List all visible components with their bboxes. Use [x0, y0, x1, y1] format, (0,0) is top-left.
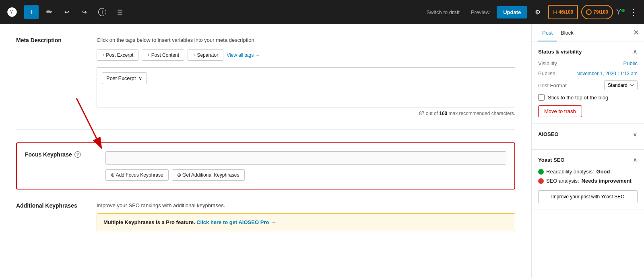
- meta-description-title: Meta Description: [16, 37, 89, 43]
- aioseo-title: AIOSEO: [538, 131, 559, 137]
- edit-tool-button[interactable]: ✏: [42, 5, 56, 19]
- tab-block[interactable]: Block: [557, 24, 578, 41]
- more-options-button[interactable]: ⋮: [628, 6, 639, 19]
- stick-to-top-row: Stick to the top of the blog: [538, 94, 638, 101]
- visibility-value[interactable]: Public: [623, 60, 638, 66]
- get-additional-keyphrases-button[interactable]: ⊕ Get Additional Keyphrases: [172, 169, 245, 181]
- post-excerpt-tag-button[interactable]: + Post Excerpt: [97, 49, 138, 61]
- add-block-button[interactable]: +: [24, 5, 39, 19]
- undo-icon: ↩: [64, 9, 69, 15]
- focus-keyphrase-input[interactable]: [105, 151, 506, 165]
- publish-row: Publish November 1, 2020 11:13 am: [538, 70, 638, 76]
- readability-value: Good: [597, 169, 610, 175]
- status-visibility-section: Status & visibility ∧ Visibility Public …: [532, 41, 644, 124]
- post-format-select[interactable]: Standard Aside Image Video Quote Link Ga…: [604, 80, 638, 90]
- visibility-row: Visibility Public: [538, 60, 638, 66]
- sidebar-close-button[interactable]: ✕: [633, 28, 639, 37]
- plus-icon: +: [29, 8, 34, 16]
- stick-to-top-label: Stick to the top of the blog: [548, 95, 608, 101]
- redo-button[interactable]: ↪: [77, 5, 92, 19]
- add-focus-keyphrase-button[interactable]: ⊕ Add Focus Keyphrase: [105, 169, 169, 181]
- additional-keyphrases-label: Additional Keyphrases: [16, 202, 97, 231]
- yoast-badge[interactable]: Y: [616, 8, 625, 16]
- status-visibility-title: Status & visibility: [538, 49, 582, 55]
- post-excerpt-selector-label: Post Excerpt: [106, 75, 136, 81]
- sidebar: Post Block ✕ Status & visibility ∧ Visib…: [531, 24, 644, 278]
- post-excerpt-selector[interactable]: Post Excerpt ∨: [102, 72, 147, 84]
- h-score-value: 46/100: [559, 9, 574, 15]
- post-content-tag-button[interactable]: + Post Content: [142, 49, 184, 61]
- additional-keyphrases-section: Additional Keyphrases Improve your SEO r…: [16, 202, 515, 231]
- close-icon: ✕: [633, 29, 639, 37]
- additional-keyphrases-title: Additional Keyphrases: [16, 202, 89, 209]
- meta-description-content: Click on the tags below to insert variab…: [97, 37, 515, 116]
- readability-label: Readability analysis:: [546, 169, 594, 175]
- seo-analysis-row: SEO analysis: Needs improvement: [538, 178, 638, 184]
- char-count-max: 160: [439, 111, 447, 116]
- sidebar-tabs: Post Block ✕: [532, 24, 644, 41]
- h-score-icon: H: [553, 9, 557, 15]
- additional-keyphrases-desc: Improve your SEO rankings with additiona…: [97, 202, 515, 208]
- ring-score-value: 79/100: [593, 9, 608, 15]
- svg-line-3: [76, 98, 97, 138]
- separator-tag-button[interactable]: + Separator: [188, 49, 223, 61]
- improve-yoast-button[interactable]: Improve your post with Yoast SEO: [538, 190, 638, 203]
- char-count: 87 out of 160 max recommended characters…: [97, 111, 515, 116]
- move-to-trash-button[interactable]: Move to trash: [538, 105, 582, 117]
- tag-buttons-row: + Post Excerpt + Post Content + Separato…: [97, 49, 515, 61]
- ellipsis-icon: ⋮: [630, 8, 638, 16]
- readability-status-dot: [538, 169, 544, 175]
- focus-keyphrase-content: ⊕ Add Focus Keyphrase ⊕ Get Additional K…: [105, 151, 506, 181]
- yoast-title: Yoast SEO: [538, 157, 565, 163]
- wordpress-logo[interactable]: W: [5, 5, 19, 19]
- meta-editor[interactable]: Post Excerpt ∨: [97, 67, 515, 107]
- pro-banner-text: Multiple Keyphrases is a Pro feature.: [103, 219, 195, 225]
- main-layout: Meta Description Click on the tags below…: [0, 24, 644, 278]
- yoast-header: Yoast SEO ∧: [538, 156, 638, 164]
- view-all-tags-link[interactable]: View all tags →: [227, 49, 260, 61]
- pro-banner-link[interactable]: Click here to get AIOSEO Pro →: [196, 219, 276, 225]
- yoast-collapse-button[interactable]: ∧: [633, 156, 638, 164]
- chevron-up-icon: ∧: [633, 48, 638, 55]
- status-visibility-collapse-button[interactable]: ∧: [633, 48, 638, 56]
- post-format-label: Post Format: [538, 82, 567, 89]
- pro-banner: Multiple Keyphrases is a Pro feature. Cl…: [97, 213, 515, 231]
- aioseo-header: AIOSEO ∨: [538, 130, 638, 138]
- hemingway-score-badge[interactable]: H 46/100: [548, 5, 578, 19]
- status-visibility-header: Status & visibility ∧: [538, 48, 638, 56]
- seo-label: SEO analysis:: [546, 178, 579, 184]
- publish-date-value[interactable]: November 1, 2020 11:13 am: [576, 71, 638, 76]
- svg-text:W: W: [10, 10, 15, 15]
- yoast-dot: [621, 9, 625, 12]
- aioseo-section: AIOSEO ∨: [532, 124, 644, 150]
- toolbar-right: Switch to draft Preview Update ⚙ H 46/10…: [423, 5, 640, 19]
- preview-button[interactable]: Preview: [467, 7, 493, 18]
- chevron-down-icon: ∨: [633, 131, 638, 138]
- settings-gear-button[interactable]: ⚙: [530, 5, 545, 19]
- gear-icon: ⚙: [535, 8, 541, 16]
- visibility-label: Visibility: [538, 60, 557, 66]
- aioseo-score-badge[interactable]: 79/100: [581, 5, 613, 19]
- switch-to-draft-button[interactable]: Switch to draft: [423, 7, 464, 18]
- stick-to-top-checkbox[interactable]: [538, 94, 545, 101]
- ring-icon: [586, 9, 592, 15]
- help-icon[interactable]: ?: [74, 151, 81, 158]
- info-icon: i: [98, 8, 106, 16]
- yoast-seo-section: Yoast SEO ∧ Readability analysis: Good S…: [532, 150, 644, 210]
- update-button[interactable]: Update: [497, 6, 527, 19]
- meta-desc-intro: Click on the tags below to insert variab…: [97, 37, 515, 43]
- publish-label: Publish: [538, 70, 555, 76]
- yoast-icon: Y: [616, 8, 621, 16]
- char-count-current: 87 out of: [419, 111, 439, 116]
- content-area: Meta Description Click on the tags below…: [0, 24, 531, 278]
- undo-button[interactable]: ↩: [60, 5, 74, 19]
- pencil-icon: ✏: [46, 8, 52, 16]
- list-icon: ☰: [117, 8, 123, 16]
- chevron-up-icon: ∧: [633, 157, 638, 163]
- aioseo-collapse-button[interactable]: ∨: [633, 130, 638, 138]
- tab-post[interactable]: Post: [538, 24, 557, 41]
- list-view-button[interactable]: ☰: [113, 5, 127, 19]
- info-button[interactable]: i: [95, 5, 109, 19]
- focus-keyphrase-label: Focus Keyphrase ?: [25, 151, 105, 181]
- post-format-row: Post Format Standard Aside Image Video Q…: [538, 80, 638, 90]
